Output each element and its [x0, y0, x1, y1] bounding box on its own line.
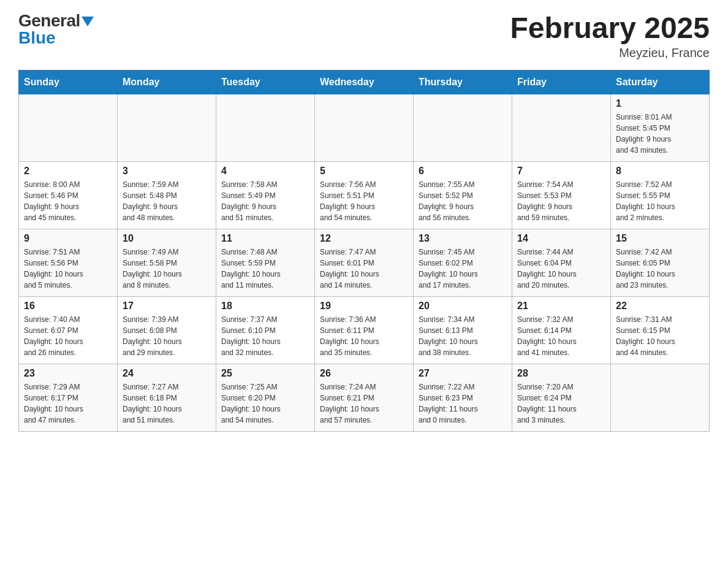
day-info: Sunrise: 7:51 AM Sunset: 5:56 PM Dayligh… [24, 247, 112, 291]
day-number: 4 [221, 166, 309, 177]
calendar-table: SundayMondayTuesdayWednesdayThursdayFrid… [18, 70, 710, 432]
location: Meyzieu, France [510, 46, 710, 60]
day-info: Sunrise: 7:54 AM Sunset: 5:53 PM Dayligh… [517, 179, 605, 223]
day-number: 5 [320, 166, 408, 177]
day-number: 22 [616, 301, 704, 312]
day-info: Sunrise: 7:52 AM Sunset: 5:55 PM Dayligh… [616, 179, 704, 223]
calendar-cell: 16Sunrise: 7:40 AM Sunset: 6:07 PM Dayli… [19, 296, 118, 364]
weekday-header-saturday: Saturday [611, 70, 710, 94]
day-number: 25 [221, 368, 309, 379]
calendar-cell: 5Sunrise: 7:56 AM Sunset: 5:51 PM Daylig… [315, 161, 414, 229]
day-number: 26 [320, 368, 408, 379]
weekday-header-thursday: Thursday [414, 70, 512, 94]
weekday-header-wednesday: Wednesday [315, 70, 414, 94]
calendar-cell: 7Sunrise: 7:54 AM Sunset: 5:53 PM Daylig… [512, 161, 611, 229]
weekday-header-monday: Monday [118, 70, 216, 94]
week-row-3: 9Sunrise: 7:51 AM Sunset: 5:56 PM Daylig… [19, 229, 710, 296]
day-number: 9 [24, 233, 112, 244]
calendar-cell [611, 364, 710, 431]
day-info: Sunrise: 7:24 AM Sunset: 6:21 PM Dayligh… [320, 381, 408, 426]
day-info: Sunrise: 7:45 AM Sunset: 6:02 PM Dayligh… [419, 247, 507, 291]
day-number: 18 [221, 301, 309, 312]
day-number: 23 [24, 368, 112, 379]
calendar-cell [19, 94, 118, 161]
calendar-cell: 19Sunrise: 7:36 AM Sunset: 6:11 PM Dayli… [315, 296, 414, 364]
day-info: Sunrise: 7:55 AM Sunset: 5:52 PM Dayligh… [419, 179, 507, 223]
calendar-cell: 1Sunrise: 8:01 AM Sunset: 5:45 PM Daylig… [611, 94, 710, 161]
day-number: 2 [24, 166, 112, 177]
day-number: 3 [123, 166, 211, 177]
day-number: 17 [123, 301, 211, 312]
day-info: Sunrise: 7:39 AM Sunset: 6:08 PM Dayligh… [123, 314, 211, 358]
day-info: Sunrise: 7:20 AM Sunset: 6:24 PM Dayligh… [517, 381, 605, 426]
day-info: Sunrise: 7:27 AM Sunset: 6:18 PM Dayligh… [123, 381, 211, 426]
day-info: Sunrise: 7:32 AM Sunset: 6:14 PM Dayligh… [517, 314, 605, 358]
day-info: Sunrise: 7:31 AM Sunset: 6:15 PM Dayligh… [616, 314, 704, 358]
day-number: 12 [320, 233, 408, 244]
day-info: Sunrise: 7:47 AM Sunset: 6:01 PM Dayligh… [320, 247, 408, 291]
calendar-cell: 22Sunrise: 7:31 AM Sunset: 6:15 PM Dayli… [611, 296, 710, 364]
calendar-cell: 3Sunrise: 7:59 AM Sunset: 5:48 PM Daylig… [118, 161, 216, 229]
day-info: Sunrise: 7:25 AM Sunset: 6:20 PM Dayligh… [221, 381, 309, 426]
day-number: 8 [616, 166, 704, 177]
day-info: Sunrise: 7:59 AM Sunset: 5:48 PM Dayligh… [123, 179, 211, 223]
calendar-cell: 23Sunrise: 7:29 AM Sunset: 6:17 PM Dayli… [19, 364, 118, 431]
day-info: Sunrise: 8:01 AM Sunset: 5:45 PM Dayligh… [616, 112, 704, 156]
day-info: Sunrise: 7:49 AM Sunset: 5:58 PM Dayligh… [123, 247, 211, 291]
day-number: 10 [123, 233, 211, 244]
calendar-cell: 20Sunrise: 7:34 AM Sunset: 6:13 PM Dayli… [414, 296, 512, 364]
calendar-cell [414, 94, 512, 161]
day-info: Sunrise: 7:48 AM Sunset: 5:59 PM Dayligh… [221, 247, 309, 291]
day-number: 15 [616, 233, 704, 244]
day-number: 7 [517, 166, 605, 177]
calendar-cell: 11Sunrise: 7:48 AM Sunset: 5:59 PM Dayli… [216, 229, 315, 296]
week-row-2: 2Sunrise: 8:00 AM Sunset: 5:46 PM Daylig… [19, 161, 710, 229]
week-row-1: 1Sunrise: 8:01 AM Sunset: 5:45 PM Daylig… [19, 94, 710, 161]
day-info: Sunrise: 7:44 AM Sunset: 6:04 PM Dayligh… [517, 247, 605, 291]
day-number: 13 [419, 233, 507, 244]
logo-general-text: General [18, 11, 80, 30]
logo: General Blue [18, 12, 94, 47]
calendar-cell: 24Sunrise: 7:27 AM Sunset: 6:18 PM Dayli… [118, 364, 216, 431]
day-info: Sunrise: 7:34 AM Sunset: 6:13 PM Dayligh… [419, 314, 507, 358]
calendar-cell: 12Sunrise: 7:47 AM Sunset: 6:01 PM Dayli… [315, 229, 414, 296]
page-header: General Blue February 2025 Meyzieu, Fran… [18, 12, 710, 60]
calendar-cell: 15Sunrise: 7:42 AM Sunset: 6:05 PM Dayli… [611, 229, 710, 296]
day-number: 6 [419, 166, 507, 177]
day-number: 16 [24, 301, 112, 312]
logo-general-line: General [18, 12, 94, 29]
day-number: 28 [517, 368, 605, 379]
day-info: Sunrise: 7:36 AM Sunset: 6:11 PM Dayligh… [320, 314, 408, 358]
week-row-5: 23Sunrise: 7:29 AM Sunset: 6:17 PM Dayli… [19, 364, 710, 431]
day-number: 27 [419, 368, 507, 379]
day-info: Sunrise: 8:00 AM Sunset: 5:46 PM Dayligh… [24, 179, 112, 223]
day-number: 21 [517, 301, 605, 312]
weekday-header-sunday: Sunday [19, 70, 118, 94]
calendar-cell [216, 94, 315, 161]
week-row-4: 16Sunrise: 7:40 AM Sunset: 6:07 PM Dayli… [19, 296, 710, 364]
weekday-header-row: SundayMondayTuesdayWednesdayThursdayFrid… [19, 70, 710, 94]
month-title: February 2025 [510, 12, 710, 45]
calendar-cell: 17Sunrise: 7:39 AM Sunset: 6:08 PM Dayli… [118, 296, 216, 364]
day-info: Sunrise: 7:42 AM Sunset: 6:05 PM Dayligh… [616, 247, 704, 291]
calendar-cell: 18Sunrise: 7:37 AM Sunset: 6:10 PM Dayli… [216, 296, 315, 364]
day-number: 19 [320, 301, 408, 312]
weekday-header-tuesday: Tuesday [216, 70, 315, 94]
day-number: 1 [616, 98, 704, 109]
day-number: 24 [123, 368, 211, 379]
calendar-cell: 4Sunrise: 7:58 AM Sunset: 5:49 PM Daylig… [216, 161, 315, 229]
day-number: 14 [517, 233, 605, 244]
weekday-header-friday: Friday [512, 70, 611, 94]
calendar-cell [315, 94, 414, 161]
calendar-cell: 2Sunrise: 8:00 AM Sunset: 5:46 PM Daylig… [19, 161, 118, 229]
calendar-cell: 14Sunrise: 7:44 AM Sunset: 6:04 PM Dayli… [512, 229, 611, 296]
calendar-cell: 9Sunrise: 7:51 AM Sunset: 5:56 PM Daylig… [19, 229, 118, 296]
calendar-cell [512, 94, 611, 161]
calendar-cell [118, 94, 216, 161]
day-info: Sunrise: 7:58 AM Sunset: 5:49 PM Dayligh… [221, 179, 309, 223]
calendar-cell: 25Sunrise: 7:25 AM Sunset: 6:20 PM Dayli… [216, 364, 315, 431]
day-info: Sunrise: 7:40 AM Sunset: 6:07 PM Dayligh… [24, 314, 112, 358]
calendar-cell: 10Sunrise: 7:49 AM Sunset: 5:58 PM Dayli… [118, 229, 216, 296]
day-info: Sunrise: 7:22 AM Sunset: 6:23 PM Dayligh… [419, 381, 507, 426]
logo-triangle-icon [82, 17, 94, 26]
